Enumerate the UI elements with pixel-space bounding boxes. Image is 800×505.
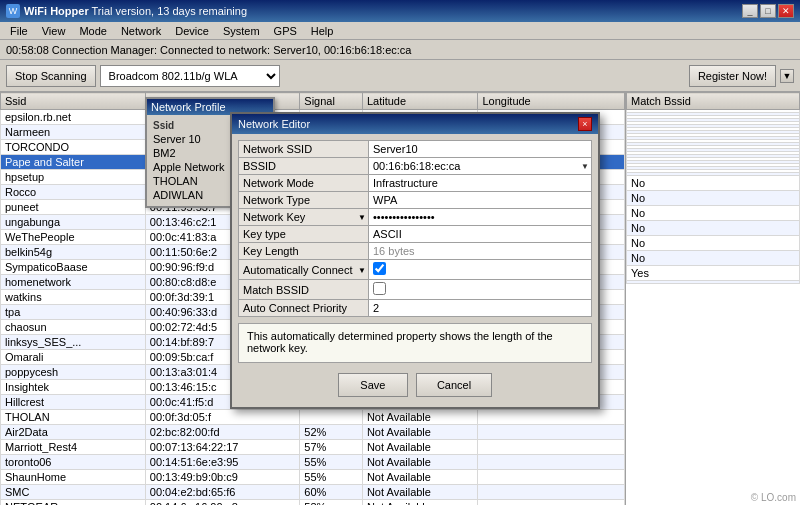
table-row[interactable]: Air2Data02:bc:82:00:fd52%Not Available xyxy=(1,425,625,440)
auto-connect-dropdown-arrow: ▼ xyxy=(358,265,366,274)
title-bar-left: W WiFi Hopper Trial version, 13 days rem… xyxy=(6,4,247,18)
label-auto-connect-priority: Auto Connect Priority xyxy=(239,300,369,317)
status-text: 00:58:08 Connection Manager: Connected t… xyxy=(6,44,411,56)
title-bar: W WiFi Hopper Trial version, 13 days rem… xyxy=(0,0,800,22)
register-button[interactable]: Register Now! xyxy=(689,65,776,87)
dialog-body: Network SSID BSSID ▼ Network Mode xyxy=(232,134,598,407)
value-bssid: ▼ xyxy=(369,158,592,175)
minimize-button[interactable]: _ xyxy=(742,4,758,18)
list-item: No xyxy=(627,221,800,236)
cancel-button[interactable]: Cancel xyxy=(416,373,492,397)
stop-scanning-button[interactable]: Stop Scanning xyxy=(6,65,96,87)
value-auto-connect-priority xyxy=(369,300,592,317)
table-row[interactable]: NETGEAR00:14:6c:16:00:e853%Not Available xyxy=(1,500,625,506)
menu-bar: File View Mode Network Device System GPS… xyxy=(0,22,800,40)
input-bssid[interactable] xyxy=(373,160,571,172)
dialog-buttons: Save Cancel xyxy=(238,369,592,401)
label-bssid: BSSID xyxy=(239,158,369,175)
list-item: No xyxy=(627,236,800,251)
menu-file[interactable]: File xyxy=(4,24,34,38)
field-network-mode: Network Mode xyxy=(239,175,592,192)
input-network-ssid[interactable] xyxy=(373,143,587,155)
col-signal[interactable]: Signal xyxy=(300,93,363,110)
field-key-length: Key Length 16 bytes xyxy=(239,243,592,260)
label-network-mode: Network Mode xyxy=(239,175,369,192)
col-ssid[interactable]: Ssid xyxy=(1,93,146,110)
field-network-type: Network Type xyxy=(239,192,592,209)
field-key-type: Key type xyxy=(239,226,592,243)
menu-gps[interactable]: GPS xyxy=(268,24,303,38)
menu-view[interactable]: View xyxy=(36,24,72,38)
dropdown-arrow-btn[interactable]: ▼ xyxy=(780,69,794,83)
menu-network[interactable]: Network xyxy=(115,24,167,38)
checkbox-auto-connect[interactable] xyxy=(373,262,386,275)
title-bar-text: WiFi Hopper Trial version, 13 days remai… xyxy=(24,5,247,17)
editor-form-table: Network SSID BSSID ▼ Network Mode xyxy=(238,140,592,317)
status-bar: 00:58:08 Connection Manager: Connected t… xyxy=(0,40,800,60)
value-network-ssid xyxy=(369,141,592,158)
window-close-button[interactable]: ✕ xyxy=(778,4,794,18)
dialog-close-button[interactable]: × xyxy=(578,117,592,131)
table-row[interactable]: toronto0600:14:51:6e:e3:9555%Not Availab… xyxy=(1,455,625,470)
field-network-ssid: Network SSID xyxy=(239,141,592,158)
table-row[interactable]: SMC00:04:e2:bd:65:f660%Not Available xyxy=(1,485,625,500)
label-key-length: Key Length xyxy=(239,243,369,260)
checkbox-match-bssid[interactable] xyxy=(373,282,386,295)
list-item: Yes xyxy=(627,266,800,281)
field-auto-connect: Automatically Connect ▼ xyxy=(239,260,592,280)
list-item: No xyxy=(627,176,800,191)
label-auto-connect: Automatically Connect ▼ xyxy=(239,260,369,280)
main-content: Ssid MAC Address Signal Network Mode Sec… xyxy=(0,92,800,505)
input-network-key[interactable] xyxy=(373,211,587,223)
value-network-mode xyxy=(369,175,592,192)
right-panel: Match Bssid NoNoNoNoNoNoYes xyxy=(625,92,800,505)
menu-system[interactable]: System xyxy=(217,24,266,38)
label-network-type: Network Type xyxy=(239,192,369,209)
adapter-dropdown[interactable]: Broadcom 802.11b/g WLA xyxy=(100,65,280,87)
value-auto-connect xyxy=(369,260,592,280)
field-match-bssid: Match BSSID xyxy=(239,280,592,300)
field-auto-connect-priority: Auto Connect Priority xyxy=(239,300,592,317)
col-longitude[interactable]: Longitude xyxy=(478,93,625,110)
toolbar: Stop Scanning Broadcom 802.11b/g WLA Reg… xyxy=(0,60,800,92)
col-match-bssid[interactable]: Match Bssid xyxy=(627,93,800,110)
menu-device[interactable]: Device xyxy=(169,24,215,38)
list-item: No xyxy=(627,251,800,266)
menu-help[interactable]: Help xyxy=(305,24,340,38)
input-auto-connect-priority[interactable] xyxy=(373,302,587,314)
dialog-title-text: Network Editor xyxy=(238,118,310,130)
field-network-key: Network Key ▼ xyxy=(239,209,592,226)
input-network-type[interactable] xyxy=(373,194,587,206)
menu-mode[interactable]: Mode xyxy=(73,24,113,38)
value-key-type xyxy=(369,226,592,243)
input-network-mode[interactable] xyxy=(373,177,587,189)
label-network-key: Network Key ▼ xyxy=(239,209,369,226)
value-key-length: 16 bytes xyxy=(369,243,592,260)
input-key-type[interactable] xyxy=(373,228,587,240)
list-item xyxy=(627,281,800,284)
network-key-dropdown-arrow: ▼ xyxy=(358,213,366,222)
table-row[interactable]: ShaunHome00:13:49:b9:0b:c955%Not Availab… xyxy=(1,470,625,485)
bssid-dropdown-arrow: ▼ xyxy=(581,162,589,171)
save-button[interactable]: Save xyxy=(338,373,408,397)
hint-text: This automatically determined property s… xyxy=(247,330,553,354)
table-row[interactable]: THOLAN00:0f:3d:05:fNot Available xyxy=(1,410,625,425)
label-network-ssid: Network SSID xyxy=(239,141,369,158)
table-row[interactable]: Marriott_Rest400:07:13:64:22:1757%Not Av… xyxy=(1,440,625,455)
value-network-type xyxy=(369,192,592,209)
hint-box: This automatically determined property s… xyxy=(238,323,592,363)
dialog-title-bar: Network Editor × xyxy=(232,114,598,134)
label-key-type: Key type xyxy=(239,226,369,243)
maximize-button[interactable]: □ xyxy=(760,4,776,18)
app-icon: W xyxy=(6,4,20,18)
field-bssid: BSSID ▼ xyxy=(239,158,592,175)
col-latitude[interactable]: Latitude xyxy=(362,93,477,110)
list-item: No xyxy=(627,206,800,221)
key-length-value: 16 bytes xyxy=(373,245,415,257)
label-match-bssid: Match BSSID xyxy=(239,280,369,300)
value-match-bssid xyxy=(369,280,592,300)
title-bar-controls: _ □ ✕ xyxy=(742,4,794,18)
watermark: © LO.com xyxy=(751,492,796,503)
value-network-key xyxy=(369,209,592,226)
list-item: No xyxy=(627,191,800,206)
